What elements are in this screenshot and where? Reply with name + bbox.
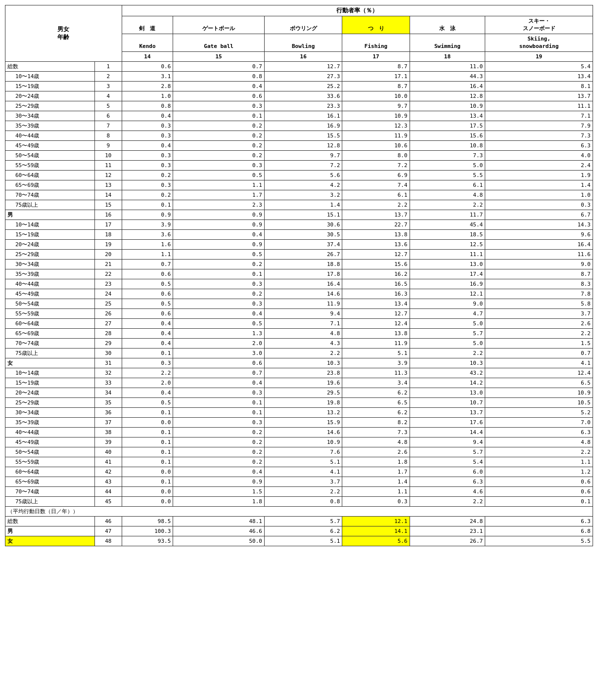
cell-value: 5.6: [264, 170, 342, 180]
cell-value: 43.2: [410, 368, 485, 378]
cell-value: 3.2: [264, 190, 342, 200]
cell-value: 12.4: [342, 318, 410, 328]
cell-value: 6.1: [410, 180, 485, 190]
cell-value: 1.0: [485, 190, 593, 200]
row-num: 4: [94, 91, 122, 101]
cell-value: 13.0: [410, 388, 485, 397]
col-header-num: 16: [264, 51, 342, 61]
cell-value: 12.8: [264, 140, 342, 150]
cell-value: 1.5: [485, 338, 593, 348]
footer-row-num: 47: [94, 526, 122, 536]
row-num: 22: [94, 269, 122, 279]
cell-value: 6.2: [342, 388, 410, 397]
table-row: 50〜54歳250.50.311.913.49.05.8: [5, 299, 593, 308]
row-label-header: 男女年齢: [5, 5, 122, 62]
cell-value: 23.8: [264, 368, 342, 378]
cell-value: 9.0: [410, 299, 485, 308]
cell-value: 0.9: [122, 210, 173, 219]
row-num: 8: [94, 131, 122, 140]
row-num: 37: [94, 417, 122, 427]
col-header-ja: ボウリング: [264, 16, 342, 34]
cell-value: 13.4: [342, 299, 410, 308]
cell-value: 0.1: [485, 496, 593, 506]
cell-value: 17.8: [264, 269, 342, 279]
cell-value: 12.1: [410, 289, 485, 299]
cell-value: 10.0: [342, 91, 410, 101]
cell-value: 0.2: [173, 150, 265, 160]
table-row: 40〜44歳380.10.214.67.314.46.3: [5, 427, 593, 437]
cell-value: 0.8: [264, 496, 342, 506]
footer-row-label: 男: [5, 526, 95, 536]
cell-value: 0.1: [122, 457, 173, 467]
cell-value: 0.2: [173, 457, 265, 467]
row-label: 50〜54歳: [5, 150, 95, 160]
table-row: 35〜39歳370.00.315.98.217.67.0: [5, 417, 593, 427]
row-label: 25〜29歳: [5, 397, 95, 407]
cell-value: 15.1: [264, 210, 342, 219]
row-num: 19: [94, 239, 122, 249]
cell-value: 0.9: [173, 239, 265, 249]
cell-value: 4.7: [410, 308, 485, 318]
cell-value: 1.8: [173, 496, 265, 506]
cell-value: 13.7: [410, 407, 485, 417]
cell-value: 6.3: [485, 140, 593, 150]
cell-value: 4.0: [485, 150, 593, 160]
cell-value: 11.9: [342, 131, 410, 140]
cell-value: 12.7: [342, 308, 410, 318]
col-header-en: Fishing: [342, 34, 410, 51]
footer-cell-value: 12.1: [342, 516, 410, 526]
cell-value: 0.4: [173, 308, 265, 318]
cell-value: 0.7: [485, 348, 593, 358]
cell-value: 5.1: [342, 348, 410, 358]
row-label: 40〜44歳: [5, 279, 95, 289]
table-row: 65〜69歳430.10.93.71.46.30.6: [5, 477, 593, 486]
cell-value: 5.7: [410, 447, 485, 457]
col-header-en: Gate ball: [173, 34, 265, 51]
row-label: 75歳以上: [5, 348, 95, 358]
cell-value: 9.0: [485, 259, 593, 269]
table-row: 25〜29歳350.50.119.86.510.710.5: [5, 397, 593, 407]
col-header-en: Swimming: [410, 34, 485, 51]
cell-value: 0.4: [122, 388, 173, 397]
cell-value: 0.3: [122, 180, 173, 190]
cell-value: 27.3: [264, 71, 342, 81]
footer-cell-value: 100.3: [122, 526, 173, 536]
cell-value: 0.2: [122, 170, 173, 180]
cell-value: 5.4: [485, 61, 593, 71]
row-num: 30: [94, 348, 122, 358]
cell-value: 26.7: [264, 249, 342, 259]
cell-value: 10.7: [410, 397, 485, 407]
table-row: 75歳以上150.12.31.42.22.20.3: [5, 200, 593, 210]
cell-value: 14.3: [485, 219, 593, 229]
table-row: 10〜14歳173.90.930.622.745.414.3: [5, 219, 593, 229]
cell-value: 15.9: [264, 417, 342, 427]
cell-value: 7.8: [485, 289, 593, 299]
cell-value: 5.2: [485, 407, 593, 417]
cell-value: 17.4: [410, 269, 485, 279]
table-row: 65〜69歳130.31.14.27.46.11.4: [5, 180, 593, 190]
cell-value: 14.4: [410, 427, 485, 437]
row-label: 15〜19歳: [5, 81, 95, 91]
footer-cell-value: 5.1: [264, 536, 342, 546]
cell-value: 0.1: [122, 447, 173, 457]
cell-value: 33.6: [264, 91, 342, 101]
cell-value: 0.3: [173, 299, 265, 308]
cell-value: 16.4: [485, 239, 593, 249]
cell-value: 2.8: [122, 81, 173, 91]
row-label: 20〜24歳: [5, 91, 95, 101]
cell-value: 4.3: [264, 338, 342, 348]
cell-value: 0.5: [122, 299, 173, 308]
footer-cell-value: 26.7: [410, 536, 485, 546]
cell-value: 0.3: [122, 131, 173, 140]
row-num: 13: [94, 180, 122, 190]
cell-value: 13.4: [485, 71, 593, 81]
row-label: 65〜69歳: [5, 477, 95, 486]
cell-value: 0.0: [122, 486, 173, 496]
cell-value: 5.0: [410, 338, 485, 348]
cell-value: 0.1: [173, 397, 265, 407]
footer-cell-value: 98.5: [122, 516, 173, 526]
cell-value: 4.1: [264, 467, 342, 477]
table-row: 25〜29歳201.10.526.712.711.111.6: [5, 249, 593, 259]
row-label: 65〜69歳: [5, 180, 95, 190]
col-header-num: 19: [485, 51, 593, 61]
